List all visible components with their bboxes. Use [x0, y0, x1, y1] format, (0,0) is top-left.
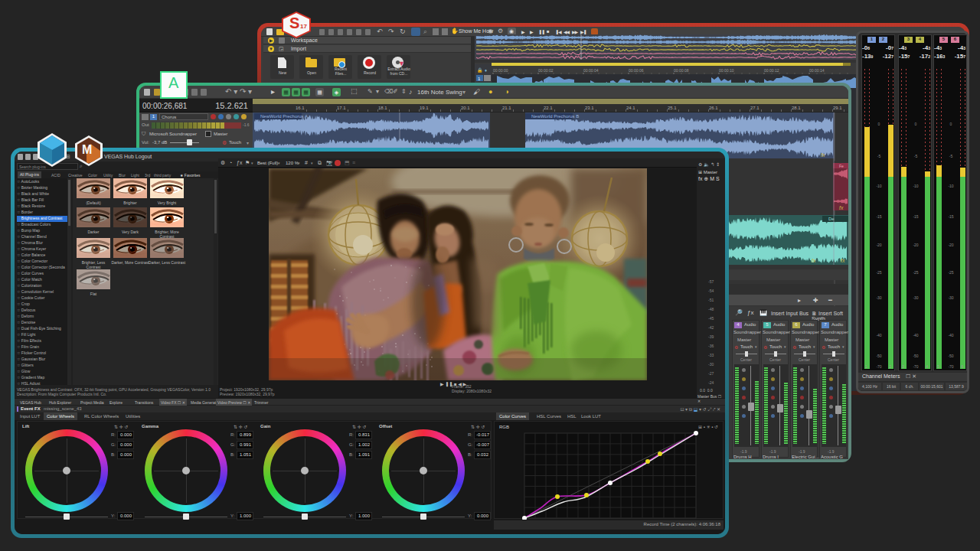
svg-text:Fe: Fe — [839, 164, 844, 168]
svg-text:00:00:12: 00:00:12 — [764, 68, 779, 73]
svg-text:fx: fx — [812, 258, 816, 263]
svg-text:♦: ♦ — [485, 68, 487, 73]
svg-text:00:00:08: 00:00:08 — [674, 68, 689, 73]
svg-text:00:00:02: 00:00:02 — [538, 68, 554, 73]
svg-text:fx: fx — [821, 152, 825, 158]
svg-text:00:00:06: 00:00:06 — [629, 68, 644, 73]
svg-text:00:00:14: 00:00:14 — [809, 68, 825, 73]
svg-text:NewWorld Prechorus A: NewWorld Prechorus A — [260, 114, 308, 119]
svg-text:fx: fx — [839, 205, 844, 210]
svg-text:fx: fx — [841, 258, 845, 263]
svg-text:00:00:10: 00:00:10 — [719, 68, 734, 73]
svg-text:00:00:00: 00:00:00 — [493, 68, 508, 73]
svg-text:NewWorld Prechorus B: NewWorld Prechorus B — [531, 114, 579, 119]
svg-text:00:00:04: 00:00:04 — [583, 68, 599, 73]
svg-text:✚: ✚ — [813, 297, 818, 304]
svg-text:🔒: 🔒 — [477, 67, 483, 73]
svg-text:━: ━ — [828, 297, 832, 304]
svg-text:▸: ▸ — [798, 297, 801, 304]
